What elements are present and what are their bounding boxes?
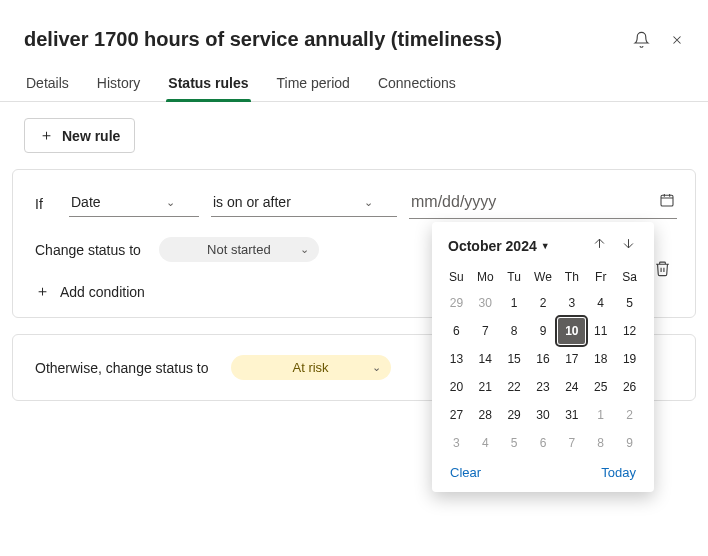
chevron-down-icon: ⌄ bbox=[372, 361, 381, 374]
status-value: Not started bbox=[207, 242, 271, 257]
date-placeholder: mm/dd/yyyy bbox=[411, 193, 496, 211]
calendar-day[interactable]: 30 bbox=[472, 290, 499, 316]
day-of-week-header: Th bbox=[557, 265, 586, 289]
date-input[interactable]: mm/dd/yyyy bbox=[409, 188, 677, 219]
tab-time-period[interactable]: Time period bbox=[275, 67, 352, 101]
svg-rect-0 bbox=[661, 195, 673, 206]
if-label: If bbox=[35, 196, 49, 212]
otherwise-label: Otherwise, change status to bbox=[35, 360, 209, 376]
calendar-day[interactable]: 15 bbox=[501, 346, 528, 372]
calendar-day[interactable]: 4 bbox=[587, 290, 614, 316]
field-select[interactable]: Date ⌄ bbox=[69, 190, 199, 217]
calendar-day[interactable]: 14 bbox=[472, 346, 499, 372]
tab-bar: DetailsHistoryStatus rulesTime periodCon… bbox=[0, 59, 708, 102]
calendar-day[interactable]: 6 bbox=[529, 430, 556, 456]
day-of-week-header: Su bbox=[442, 265, 471, 289]
tab-connections[interactable]: Connections bbox=[376, 67, 458, 101]
calendar-day[interactable]: 28 bbox=[472, 402, 499, 428]
prev-month-icon[interactable] bbox=[590, 234, 609, 257]
tab-details[interactable]: Details bbox=[24, 67, 71, 101]
calendar-day[interactable]: 7 bbox=[558, 430, 585, 456]
chevron-down-icon: ⌄ bbox=[364, 196, 373, 209]
operator-value: is on or after bbox=[213, 194, 291, 210]
calendar-day[interactable]: 5 bbox=[501, 430, 528, 456]
new-rule-label: New rule bbox=[62, 128, 120, 144]
day-of-week-header: Tu bbox=[500, 265, 529, 289]
tab-status-rules[interactable]: Status rules bbox=[166, 67, 250, 101]
day-of-week-header: We bbox=[529, 265, 558, 289]
operator-select[interactable]: is on or after ⌄ bbox=[211, 190, 397, 217]
calendar-day[interactable]: 20 bbox=[443, 374, 470, 400]
calendar-day[interactable]: 12 bbox=[616, 318, 643, 344]
calendar-icon[interactable] bbox=[659, 192, 675, 212]
add-condition-label: Add condition bbox=[60, 284, 145, 300]
calendar-day[interactable]: 17 bbox=[558, 346, 585, 372]
calendar-day[interactable]: 8 bbox=[501, 318, 528, 344]
calendar-day[interactable]: 22 bbox=[501, 374, 528, 400]
calendar-day[interactable]: 29 bbox=[443, 290, 470, 316]
calendar-day[interactable]: 9 bbox=[529, 318, 556, 344]
calendar-day[interactable]: 30 bbox=[529, 402, 556, 428]
today-button[interactable]: Today bbox=[601, 465, 636, 480]
calendar-day[interactable]: 6 bbox=[443, 318, 470, 344]
month-selector[interactable]: October 2024 ▼ bbox=[448, 238, 550, 254]
chevron-down-icon: ⌄ bbox=[166, 196, 175, 209]
calendar-day[interactable]: 1 bbox=[501, 290, 528, 316]
delete-icon[interactable] bbox=[654, 260, 671, 281]
change-status-label: Change status to bbox=[35, 242, 141, 258]
status-select-atrisk[interactable]: At risk ⌄ bbox=[231, 355, 391, 380]
calendar-day[interactable]: 2 bbox=[529, 290, 556, 316]
calendar-day[interactable]: 19 bbox=[616, 346, 643, 372]
calendar-day[interactable]: 29 bbox=[501, 402, 528, 428]
date-picker-popup: October 2024 ▼ SuMoTuWeThFrSa 2930123456… bbox=[432, 222, 654, 492]
calendar-day[interactable]: 18 bbox=[587, 346, 614, 372]
calendar-day[interactable]: 1 bbox=[587, 402, 614, 428]
status-value: At risk bbox=[292, 360, 328, 375]
status-select-notstarted[interactable]: Not started ⌄ bbox=[159, 237, 319, 262]
day-of-week-header: Fr bbox=[586, 265, 615, 289]
caret-down-icon: ▼ bbox=[541, 241, 550, 251]
day-of-week-header: Sa bbox=[615, 265, 644, 289]
plus-icon: ＋ bbox=[35, 282, 50, 301]
tab-history[interactable]: History bbox=[95, 67, 143, 101]
calendar-day[interactable]: 13 bbox=[443, 346, 470, 372]
clear-button[interactable]: Clear bbox=[450, 465, 481, 480]
calendar-day[interactable]: 7 bbox=[472, 318, 499, 344]
new-rule-button[interactable]: ＋ New rule bbox=[24, 118, 135, 153]
calendar-day[interactable]: 3 bbox=[558, 290, 585, 316]
calendar-day[interactable]: 27 bbox=[443, 402, 470, 428]
calendar-day[interactable]: 2 bbox=[616, 402, 643, 428]
calendar-day[interactable]: 26 bbox=[616, 374, 643, 400]
plus-icon: ＋ bbox=[39, 126, 54, 145]
calendar-day[interactable]: 9 bbox=[616, 430, 643, 456]
chevron-down-icon: ⌄ bbox=[300, 243, 309, 256]
close-icon[interactable] bbox=[670, 33, 684, 47]
calendar-day[interactable]: 4 bbox=[472, 430, 499, 456]
next-month-icon[interactable] bbox=[619, 234, 638, 257]
month-label: October 2024 bbox=[448, 238, 537, 254]
calendar-day[interactable]: 10 bbox=[558, 318, 585, 344]
day-of-week-header: Mo bbox=[471, 265, 500, 289]
calendar-day[interactable]: 11 bbox=[587, 318, 614, 344]
bell-icon[interactable] bbox=[633, 31, 650, 48]
calendar-day[interactable]: 16 bbox=[529, 346, 556, 372]
calendar-day[interactable]: 23 bbox=[529, 374, 556, 400]
calendar-day[interactable]: 24 bbox=[558, 374, 585, 400]
calendar-day[interactable]: 21 bbox=[472, 374, 499, 400]
calendar-day[interactable]: 5 bbox=[616, 290, 643, 316]
calendar-day[interactable]: 8 bbox=[587, 430, 614, 456]
calendar-day[interactable]: 3 bbox=[443, 430, 470, 456]
calendar-day[interactable]: 31 bbox=[558, 402, 585, 428]
field-value: Date bbox=[71, 194, 101, 210]
calendar-day[interactable]: 25 bbox=[587, 374, 614, 400]
page-title: deliver 1700 hours of service annually (… bbox=[24, 28, 502, 51]
